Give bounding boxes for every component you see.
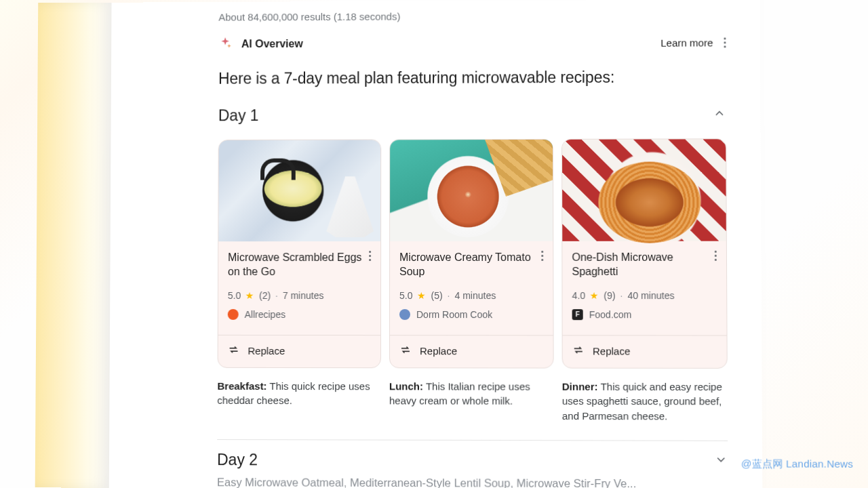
search-results-sheet: About 84,600,000 results (1.18 seconds) … [108,0,762,488]
recipe-duration: 40 minutes [627,290,674,301]
source-favicon [399,309,410,320]
separator: · [620,290,623,301]
result-stats: About 84,600,000 results (1.18 seconds) [218,9,746,22]
swap-icon [572,344,585,358]
chevron-up-icon[interactable] [713,106,726,123]
star-icon: ★ [417,291,426,300]
recipe-title: Microwave Scrambled Eggs on the Go [228,251,365,279]
separator: · [275,290,278,301]
star-icon: ★ [590,291,599,300]
recipe-reviews: (9) [604,290,615,301]
recipe-source: Food.com [589,309,632,320]
recipe-card[interactable]: Microwave Scrambled Eggs on the Go 5.0 ★… [218,139,382,367]
separator: · [448,290,450,301]
recipe-card[interactable]: Microwave Creamy Tomato Soup 5.0 ★ (5) ·… [389,139,554,368]
divider [217,439,728,441]
replace-label: Replace [420,345,457,357]
replace-label: Replace [593,345,630,357]
star-icon: ★ [245,291,254,300]
ai-overview-label: AI Overview [241,38,303,50]
replace-button[interactable]: Replace [563,335,727,368]
day-1-title: Day 1 [218,106,259,125]
meal-label: Lunch: [389,380,423,392]
recipe-source: Allrecipes [245,309,285,320]
replace-button[interactable]: Replace [218,334,380,367]
meal-label: Breakfast: [217,380,267,391]
meal-description: Breakfast: This quick recipe uses chedda… [217,378,381,423]
card-more-icon[interactable] [541,251,543,261]
chevron-down-icon[interactable] [714,453,728,469]
replace-button[interactable]: Replace [390,335,553,367]
recipe-source: Dorm Room Cook [416,309,492,320]
recipe-reviews: (5) [431,290,442,301]
card-more-icon[interactable] [369,251,371,261]
ai-overview-intro: Here is a 7-day meal plan featuring micr… [218,68,747,87]
recipe-image [390,140,553,241]
swap-icon [399,344,412,358]
replace-label: Replace [248,345,285,357]
meal-description: Lunch: This Italian recipe uses heavy cr… [389,379,554,424]
recipe-title: Microwave Creamy Tomato Soup [399,251,537,279]
day-2-title: Day 2 [217,451,258,469]
recipe-duration: 4 minutes [455,290,496,301]
source-favicon [228,309,239,320]
ai-sparkle-icon [218,36,232,52]
learn-more-link[interactable]: Learn more [660,37,713,48]
recipe-image [218,140,380,241]
watermark: @蓝点网 Landian.News [741,458,853,471]
recipe-rating: 5.0 [399,290,412,301]
page-fold-decoration [35,3,112,488]
recipe-reviews: (2) [259,290,271,301]
recipe-rating: 4.0 [572,290,586,301]
more-options-icon[interactable] [724,37,726,47]
recipe-title: One-Dish Microwave Spaghetti [572,251,710,279]
recipe-image [562,139,726,241]
day-2-summary: Easy Microwave Oatmeal, Mediterranean-St… [217,476,749,488]
swap-icon [228,343,240,357]
meal-description: Dinner: This quick and easy recipe uses … [562,379,728,424]
recipe-rating: 5.0 [228,290,241,301]
source-favicon: F [572,309,583,320]
recipe-duration: 7 minutes [283,290,324,301]
card-more-icon[interactable] [715,251,717,261]
recipe-card[interactable]: One-Dish Microwave Spaghetti 4.0 ★ (9) ·… [561,138,728,368]
meal-label: Dinner: [562,380,598,392]
